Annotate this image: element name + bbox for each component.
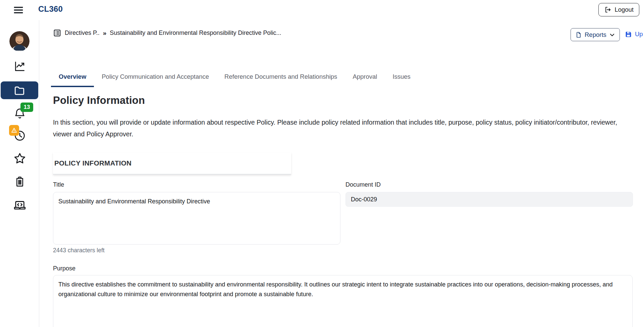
reports-label: Reports [585, 31, 606, 39]
title-field-label: Title [53, 181, 64, 188]
breadcrumb-separator-icon: » [103, 29, 107, 37]
tab-overview[interactable]: Overview [51, 73, 94, 87]
reports-dropdown-button[interactable]: Reports [571, 28, 620, 41]
star-icon [13, 152, 26, 165]
list-icon [53, 29, 61, 37]
document-icon [575, 31, 582, 38]
section-header-card: POLICY INFORMATION [53, 152, 291, 175]
sidebar-item-favorites[interactable] [13, 152, 26, 165]
update-action[interactable]: Up [625, 30, 643, 38]
app-logo[interactable]: CL360 [38, 4, 63, 14]
update-label: Up [635, 30, 643, 38]
sidebar-item-trash[interactable] [13, 175, 26, 188]
purpose-textarea[interactable]: This directive establishes the commitmen… [53, 275, 633, 327]
avatar[interactable] [9, 31, 30, 51]
line-chart-icon [13, 60, 26, 73]
breadcrumb: Directives P.. » Sustainability and Envi… [53, 29, 281, 37]
notifications-count-badge: 13 [20, 103, 33, 112]
tab-bar: Overview Policy Communication and Accept… [51, 71, 418, 87]
logout-label: Logout [614, 6, 634, 13]
page-description: In this section, you will provide or upd… [53, 117, 631, 140]
hamburger-menu-icon[interactable] [13, 4, 24, 16]
sidebar-item-notifications[interactable]: 13 [13, 107, 26, 120]
folder-icon [13, 84, 26, 97]
trash-icon [13, 175, 26, 188]
document-id-field-label: Document ID [345, 181, 381, 188]
tab-approval[interactable]: Approval [345, 73, 385, 87]
sidebar-item-history[interactable] [13, 129, 26, 142]
tab-policy-communication[interactable]: Policy Communication and Acceptance [94, 73, 217, 87]
purpose-field-label: Purpose [53, 265, 75, 272]
chevron-down-icon [609, 32, 615, 38]
title-textarea[interactable]: Sustainability and Environmental Respons… [53, 192, 340, 245]
top-bar: CL360 Logout [0, 0, 644, 20]
title-chars-left: 2443 characters left [53, 247, 105, 254]
tab-reference-documents[interactable]: Reference Documents and Relationships [217, 73, 345, 87]
tab-issues[interactable]: Issues [385, 73, 418, 87]
sidebar-nav: 13 [0, 20, 39, 327]
document-id-input[interactable] [345, 192, 633, 207]
sidebar-item-developer[interactable] [13, 198, 26, 212]
save-icon [625, 31, 632, 38]
policy-app-window: CL360 Logout [0, 0, 644, 327]
sidebar-item-analytics[interactable] [13, 60, 26, 73]
sidebar-item-documents[interactable] [1, 81, 38, 99]
breadcrumb-root[interactable]: Directives P.. [65, 29, 100, 37]
logout-icon [604, 6, 611, 13]
laptop-code-icon [13, 198, 27, 212]
logout-button[interactable]: Logout [598, 3, 639, 16]
main-content: Directives P.. » Sustainability and Envi… [39, 20, 644, 327]
breadcrumb-current: Sustainability and Environmental Respons… [110, 29, 281, 37]
page-title: Policy Information [53, 94, 145, 107]
section-header-title: POLICY INFORMATION [54, 159, 131, 167]
history-alert-badge [9, 125, 19, 136]
